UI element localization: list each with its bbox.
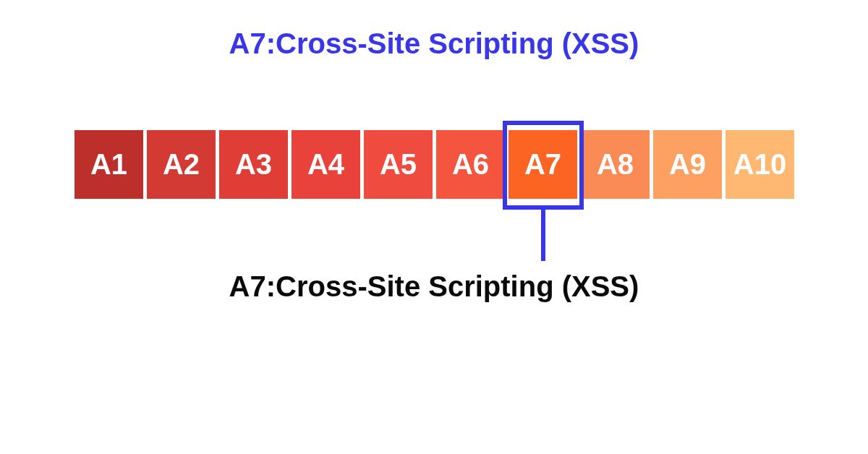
cell-a8: A8 — [581, 130, 650, 199]
cell-a1: A1 — [75, 130, 143, 199]
cell-a6: A6 — [436, 130, 505, 199]
cells-row: A1 A2 A3 A4 A5 A6 A7 A8 A9 A10 — [75, 130, 794, 199]
callout-label: A7:Cross-Site Scripting (XSS) — [0, 270, 868, 303]
cell-a3: A3 — [219, 130, 288, 199]
diagram-title: A7:Cross-Site Scripting (XSS) — [0, 27, 868, 60]
cell-a2: A2 — [147, 130, 216, 199]
cell-a4: A4 — [292, 130, 360, 199]
highlight-box — [503, 121, 584, 210]
cell-a10: A10 — [726, 130, 794, 199]
cell-a5: A5 — [364, 130, 433, 199]
connector-line — [541, 210, 545, 261]
cell-a9: A9 — [653, 130, 722, 199]
